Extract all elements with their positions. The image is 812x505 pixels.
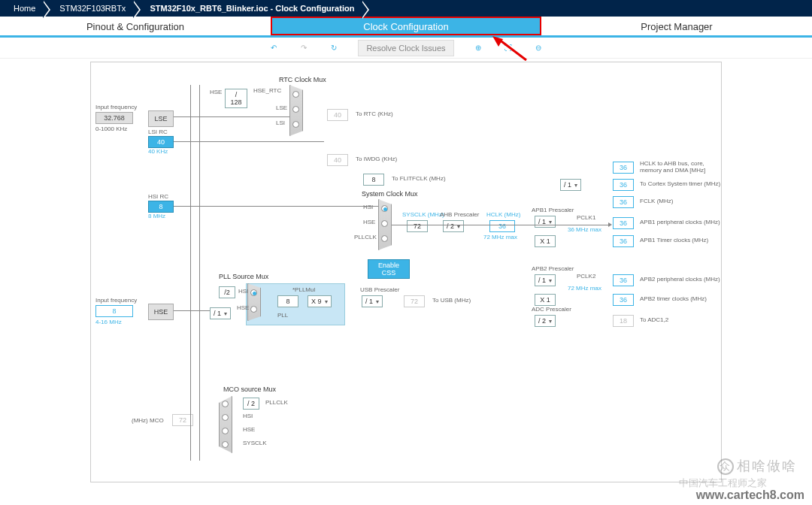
usb-label: To USB (MHz) [432,297,471,304]
rtc-lse-label: LSE [276,104,287,111]
refresh-icon[interactable]: ↻ [328,42,340,54]
pclk1-label: PCLK1 [577,214,595,221]
mco-hsi-label: HSI [243,413,253,419]
out-fclk: FCLK (MHz) [640,198,673,204]
to-iwdg-value: 40 [327,154,348,166]
hsi-unit: 8 MHz [148,213,165,219]
sysclk-label: SYSCLK (MHz) [402,211,444,218]
crumb-chip[interactable]: STM32F103RBTx [49,2,133,15]
crumb-file[interactable]: STM32F10x_RBT6_Blinker.ioc - Clock Confi… [139,2,362,15]
hsi-rc-label: HSI RC [148,193,168,200]
svg-line-0 [498,39,526,60]
watermark-brand: 众相啥做啥 [717,457,797,475]
mco-sysclk[interactable] [222,441,229,448]
wire-lse [174,116,289,117]
pllmul-select[interactable]: X 9 [308,295,332,307]
adc-prescaler[interactable]: / 2 [535,315,556,327]
mco-hse[interactable] [222,428,229,434]
wire-sysclk [392,225,610,225]
pll-label: PLL [277,312,288,319]
sysclk-value: 72 [407,220,428,232]
zoom-out-icon[interactable]: ⊖ [532,42,544,54]
crumb-home[interactable]: Home [3,2,43,15]
apb2-prescaler[interactable]: / 1 [535,274,556,286]
pll-input-value: 8 [277,295,298,307]
hse-freq-value[interactable]: 8 [95,305,133,317]
wire-hse [174,310,210,311]
rtc-mux-lse[interactable] [292,106,299,113]
rtc-lsi-label: LSI [276,119,285,126]
sys-mux-hse[interactable] [381,220,388,227]
usb-value: 72 [404,295,425,307]
adc-presc-label: ADC Prescaler [532,306,571,313]
pll-src-hsi[interactable] [250,289,257,296]
pllmul-label: *PLLMul [292,286,315,293]
sys-mux-hsi[interactable] [381,205,388,212]
out-hclk-ahb: HCLK to AHB bus, core, memory and DMA [M… [640,160,715,174]
pclk2-label: PCLK2 [577,273,595,280]
apb1-prescaler[interactable]: / 1 [535,216,556,228]
out-apb2p: APB2 peripheral clocks (MHz) [640,276,720,283]
lse-block: LSE [148,110,174,127]
tab-bar: Pinout & Configuration Clock Configurati… [0,17,812,38]
hse-block: HSE [148,304,174,320]
hsi-div2: /2 [219,286,235,298]
hse-rtc-label: HSE_RTC [253,87,281,94]
sys-pllclk-label: PLLCLK [354,234,377,240]
pll-hse-label-src: HSE [237,304,249,311]
out-apb2p-val: 36 [613,274,634,286]
to-flitfclk-value: 8 [363,174,384,186]
to-rtc-label: To RTC (KHz) [356,110,393,117]
wire-lsi [174,141,324,142]
mco-label: (MHz) MCO [132,417,164,424]
mco-hsi[interactable] [222,414,229,421]
rtc-mux-hse[interactable] [292,91,299,98]
lsi-rc-label: LSI RC [148,129,168,135]
wire-hsi [174,206,378,207]
to-flitfclk-label: To FLITFCLK (MHz) [392,175,446,182]
out-adc-val: 18 [613,315,634,327]
tab-project[interactable]: Project Manager [541,17,812,35]
out-apb1t-val: 36 [613,235,634,247]
watermark-url: www.cartech8.com [696,488,804,502]
hse-prescaler[interactable]: / 1 [210,307,231,319]
ahb-prescaler[interactable]: / 2 [443,220,464,232]
hclk-value[interactable]: 36 [489,220,515,232]
out-apb1p: APB1 peripheral clocks (MHz) [640,219,720,225]
lsi-unit: 40 KHz [148,148,168,155]
tab-clock[interactable]: Clock Configuration [271,17,541,35]
mco-hse-label: HSE [243,426,255,433]
redo-icon: ↷ [298,42,310,54]
hse-freq-label: Input frequency [95,297,137,304]
sys-hse-label: HSE [363,219,375,225]
hse-rtc-div: / 128 [225,89,247,108]
rtc-mux-label: RTC Clock Mux [279,76,326,83]
pclk2-max: 72 MHz max [568,285,601,292]
svg-marker-1 [492,36,503,47]
zoom-in-icon[interactable]: ⊕ [472,42,484,54]
sys-mux-pllclk[interactable] [381,235,388,242]
usb-prescaler[interactable]: / 1 [362,295,383,307]
enable-css-button[interactable]: Enable CSS [368,259,410,279]
lse-freq-label: Input frequency [95,104,137,110]
tab-pinout[interactable]: Pinout & Configuration [0,17,271,35]
clock-diagram[interactable]: Input frequency 32.768 0-1000 KHz LSE LS… [90,62,722,482]
hclk-max: 72 MHz max [483,234,517,240]
pll-src-hse[interactable] [250,306,257,313]
to-iwdg-label: To IWDG (KHz) [356,156,397,162]
pll-src-mux-label: PLL Source Mux [219,273,268,280]
mco-div: / 2 [243,398,259,410]
ahb-presc-label: AHB Prescaler [440,211,479,218]
rtc-mux-lsi[interactable] [292,121,299,128]
out-apb1t: APB1 Timer clocks (MHz) [640,237,708,243]
lsi-rc-value: 40 [148,136,174,148]
mco-pllclk[interactable] [222,401,229,407]
apb2-mul: X 1 [535,294,556,306]
out-fclk-val: 36 [613,196,634,208]
cortex-divider[interactable]: / 1 [560,179,581,191]
undo-icon[interactable]: ↶ [268,42,280,54]
apb1-mul: X 1 [535,235,556,247]
out-apb2t-val: 36 [613,294,634,306]
sys-hsi-label: HSI [363,204,373,210]
apb1-presc-label: APB1 Prescaler [532,207,574,213]
